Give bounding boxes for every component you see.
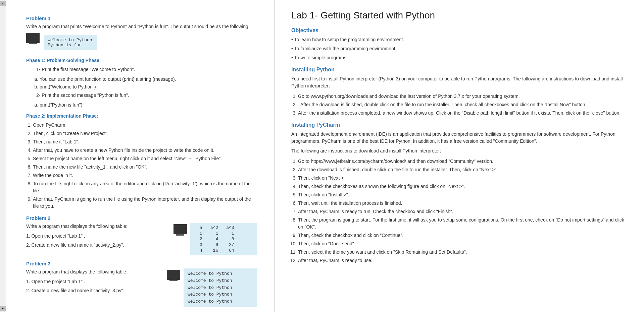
- phase1-step2: 2- Print the second message "Python is f…: [36, 92, 257, 99]
- problem2-table: aa^2a^3 111 248 3927 41664: [190, 223, 257, 255]
- phase1-list2: 2- Print the second message "Python is f…: [33, 92, 257, 99]
- installing-pycharm-steps: Go to https://www.jetbrains.com/pycharm/…: [298, 158, 627, 264]
- objective-3: To write simple programs.: [291, 54, 627, 61]
- pycharm-step12: After that, PyCharm is ready to use.: [298, 257, 627, 264]
- phase2-step2: Then, click on "Create New Project".: [33, 130, 257, 137]
- installing-python-step3: After the installation process completed…: [298, 110, 627, 117]
- problem1-heading: Problem 1: [26, 15, 257, 21]
- left-panel: Problem 1 Write a program that prints "W…: [6, 0, 275, 312]
- pycharm-step5: Then, click on "Install >".: [298, 191, 627, 198]
- problem2-step1: 1. Open the project "Lab 1" .: [26, 233, 168, 240]
- right-panel: Lab 1- Getting Started with Python Objec…: [275, 0, 644, 312]
- installing-python-intro: You need first to install Python interpr…: [291, 75, 627, 89]
- terminal-icon-1: [26, 33, 40, 43]
- installing-python-steps: Go to www.python.org/downloads and downl…: [298, 93, 627, 117]
- phase1-sub-b: print("Welcome to Python"): [40, 83, 257, 90]
- phase1-list: 1- Print the first message "Welcome to P…: [33, 66, 257, 73]
- terminal-icon-2: [174, 224, 187, 234]
- problem2-row: Write a program that displays the follow…: [26, 223, 257, 255]
- terminal-icon-3: [167, 270, 180, 280]
- pycharm-step2: After the download is finished, double c…: [298, 166, 627, 173]
- problem2-heading: Problem 2: [26, 215, 257, 221]
- objective-1: To learn how to setup the programming en…: [291, 36, 627, 43]
- pycharm-step6: Then, wait until the installation proces…: [298, 200, 627, 207]
- phase2-step7: Write the code in it.: [33, 172, 257, 179]
- problem3-row: Write a program that displays the follow…: [26, 268, 257, 307]
- problem1-output-row: Welcome to PythonPython is fun: [26, 32, 257, 53]
- phase2-step6: Then, name the new file "activity_1", an…: [33, 164, 257, 171]
- problem3-step1: 1. Open the project "Lab 1" .: [26, 278, 161, 285]
- problem3-description: Write a program that displays the follow…: [26, 268, 161, 275]
- phase2-list: Open PyCharm. Then, click on "Create New…: [33, 122, 257, 210]
- scroll-up-arrow[interactable]: ▲: [0, 1, 6, 6]
- phase1-sub-list: You can use the print function to output…: [40, 76, 257, 90]
- installing-python-step2: . After the download is finished, double…: [298, 101, 627, 108]
- phase1-sub-b2: print("Python is fun"): [40, 102, 257, 109]
- installing-python-step1: Go to www.python.org/downloads and downl…: [298, 93, 627, 100]
- problem3-code-section: Welcome to Python Welcome to Python Welc…: [167, 268, 257, 307]
- phase2-step1: Open PyCharm.: [33, 122, 257, 129]
- lab-title: Lab 1- Getting Started with Python: [291, 10, 627, 21]
- pycharm-step11: Then, select the theme you want and clic…: [298, 249, 627, 256]
- pycharm-step8: Then, the program is going to start. For…: [298, 216, 627, 231]
- problem2-text: Write a program that displays the follow…: [26, 223, 168, 251]
- phase2-step4: After that, you have to create a new Pyt…: [33, 147, 257, 154]
- installing-python-heading: Installing Python: [291, 67, 627, 73]
- phase2-step8: To run the file, right click on any area…: [33, 180, 257, 194]
- pycharm-step10: Then, click on "Don't send".: [298, 240, 627, 247]
- pycharm-step3: Then, click on "Next >".: [298, 175, 627, 182]
- problem1-description: Write a program that prints "Welcome to …: [26, 23, 257, 30]
- phase1-step1: 1- Print the first message "Welcome to P…: [36, 66, 257, 73]
- left-scrollbar[interactable]: ▲ ▼: [0, 0, 6, 312]
- problem1-code-output: Welcome to PythonPython is fun: [44, 35, 97, 50]
- scroll-down-arrow[interactable]: ▼: [0, 306, 6, 311]
- phase2-step9: After that, PyCharm is going to run the …: [33, 196, 257, 210]
- phase1-sub-list2: print("Python is fun"): [40, 102, 257, 109]
- problem3-heading: Problem 3: [26, 261, 257, 266]
- pycharm-step7: After that, PyCharm is ready to run. Che…: [298, 208, 627, 215]
- objectives-heading: Objectives: [291, 27, 627, 34]
- installing-pycharm-intro: An integrated development environment (I…: [291, 131, 627, 145]
- problem2-description: Write a program that displays the follow…: [26, 223, 168, 230]
- objective-2: To familiarize with the programming envi…: [291, 45, 627, 52]
- problem2-step2: 2. Create a new file and name it "activi…: [26, 242, 168, 249]
- phase1-sub-a: You can use the print function to output…: [40, 76, 257, 83]
- phase2-step3: Then, name it "Lab 1".: [33, 138, 257, 145]
- problem3-code-output: Welcome to Python Welcome to Python Welc…: [184, 268, 257, 307]
- installing-pycharm-intro2: The following are instructions to downlo…: [291, 147, 627, 154]
- installing-pycharm-heading: Installing PyCharm: [291, 122, 627, 128]
- phase2-heading: Phase 2: Implementation Phase:: [26, 113, 257, 120]
- problem3-step2: 2. Create a new file and name it "activi…: [26, 287, 161, 294]
- problem3-text: Write a program that displays the follow…: [26, 268, 161, 296]
- pycharm-step1: Go to https://www.jetbrains.com/pycharm/…: [298, 158, 627, 165]
- problem2-table-section: aa^2a^3 111 248 3927 41664: [174, 223, 257, 255]
- pycharm-step4: Then, check the checkboxes as shown the …: [298, 183, 627, 190]
- phase1-heading: Phase 1: Problem-Solving Phase:: [26, 57, 257, 64]
- pycharm-step9: Then, check the checkbox and click on "C…: [298, 232, 627, 239]
- phase2-step5: Select the project name on the left menu…: [33, 155, 257, 162]
- objectives-list: To learn how to setup the programming en…: [291, 36, 627, 61]
